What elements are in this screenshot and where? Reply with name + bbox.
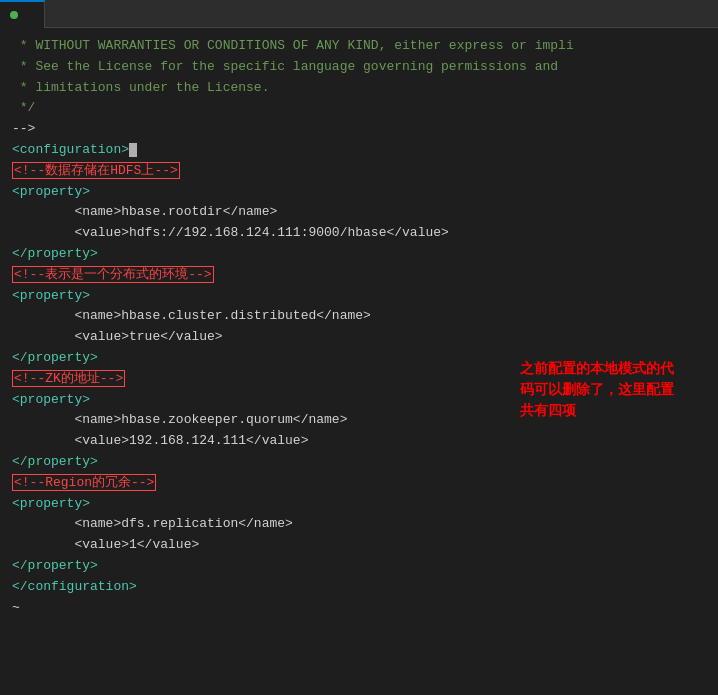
code-line: </property> bbox=[12, 452, 706, 473]
code-line: <!--表示是一个分布式的环境--> bbox=[12, 265, 706, 286]
code-line: <name>hbase.cluster.distributed</name> bbox=[12, 306, 706, 327]
code-line: <property> bbox=[12, 182, 706, 203]
code-line: <name>dfs.replication</name> bbox=[12, 514, 706, 535]
code-line: <value>true</value> bbox=[12, 327, 706, 348]
code-line: <value>192.168.124.111</value> bbox=[12, 431, 706, 452]
editor: * WITHOUT WARRANTIES OR CONDITIONS OF AN… bbox=[0, 28, 718, 695]
code-line: </property> bbox=[12, 556, 706, 577]
code-line: <configuration> bbox=[12, 140, 706, 161]
annotation: 之前配置的本地模式的代 码可以删除了，这里配置 共有四项 bbox=[520, 358, 674, 421]
code-line: * See the License for the specific langu… bbox=[12, 57, 706, 78]
code-line: * WITHOUT WARRANTIES OR CONDITIONS OF AN… bbox=[12, 36, 706, 57]
code-line: <property> bbox=[12, 286, 706, 307]
tab-bigdata111[interactable] bbox=[0, 0, 45, 28]
code-line: <value>1</value> bbox=[12, 535, 706, 556]
code-line: --> bbox=[12, 119, 706, 140]
code-line: <value>hdfs://192.168.124.111:9000/hbase… bbox=[12, 223, 706, 244]
code-line: ~ bbox=[12, 598, 706, 619]
code-line: * limitations under the License. bbox=[12, 78, 706, 99]
code-line: </property> bbox=[12, 244, 706, 265]
code-line: <!--数据存储在HDFS上--> bbox=[12, 161, 706, 182]
code-line: */ bbox=[12, 98, 706, 119]
tab-add-button[interactable] bbox=[45, 0, 69, 28]
code-line: <name>hbase.rootdir</name> bbox=[12, 202, 706, 223]
code-line: <property> bbox=[12, 494, 706, 515]
code-line: <!--Region的冗余--> bbox=[12, 473, 706, 494]
code-area: * WITHOUT WARRANTIES OR CONDITIONS OF AN… bbox=[0, 32, 718, 622]
tab-dot bbox=[10, 11, 18, 19]
code-line: </configuration> bbox=[12, 577, 706, 598]
tab-bar bbox=[0, 0, 718, 28]
